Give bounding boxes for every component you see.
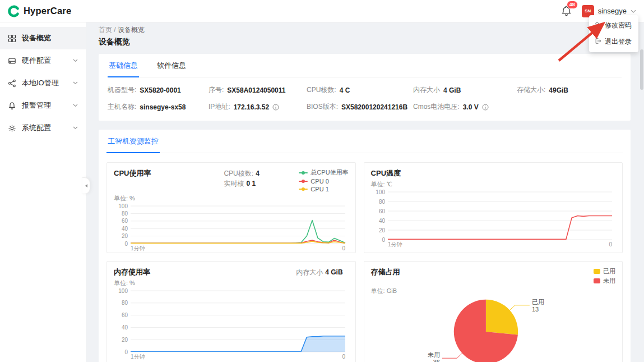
io-nodes-icon bbox=[8, 79, 16, 88]
info-grid: 机器型号: SX5820-0001 序号: SX58A0124050011 CP… bbox=[108, 85, 622, 112]
breadcrumb: 首页 / 设备概览 bbox=[99, 25, 631, 35]
svg-text:0: 0 bbox=[342, 354, 345, 360]
main-content: 首页 / 设备概览 设备概览 基础信息 软件信息 机器型号: SX5820-00… bbox=[86, 22, 644, 362]
legend-marker bbox=[299, 181, 308, 182]
svg-text:0: 0 bbox=[124, 241, 128, 247]
info-label: BIOS版本: bbox=[307, 102, 338, 112]
chevron-down-icon bbox=[73, 104, 78, 107]
sidebar-item-label: 系统配置 bbox=[22, 123, 51, 133]
svg-text:36: 36 bbox=[433, 359, 439, 362]
sidebar-item-local-io[interactable]: 本地IO管理 bbox=[0, 72, 86, 94]
sidebar-item-label: 报警管理 bbox=[22, 100, 51, 111]
svg-text:80: 80 bbox=[378, 199, 385, 205]
sidebar-item-hardware-config[interactable]: 硬件配置 bbox=[0, 49, 86, 72]
panel-title: 内存使用率 bbox=[114, 267, 150, 277]
svg-text:100: 100 bbox=[376, 189, 385, 195]
info-field-cmos-voltage: Cmos电池电压: 3.0 V bbox=[413, 102, 517, 112]
meta-value: 4 GiB bbox=[325, 268, 342, 276]
svg-text:100: 100 bbox=[118, 288, 128, 294]
brand-name: HyperCare bbox=[24, 6, 71, 16]
screen: HyperCare 48 SN sinsegye bbox=[0, 0, 644, 362]
svg-text:20: 20 bbox=[122, 337, 128, 343]
panel-title: CPU温度 bbox=[371, 168, 401, 178]
memory-usage-chart: 0204060801001分钟0 bbox=[114, 287, 349, 360]
info-value: SX58A0124050011 bbox=[227, 86, 285, 94]
sidebar-item-system-config[interactable]: 系统配置 bbox=[0, 117, 86, 139]
info-label: 序号: bbox=[209, 85, 224, 95]
meta-label: 实时核 bbox=[224, 180, 244, 187]
info-label: CPU核数: bbox=[307, 85, 336, 95]
legend-item[interactable]: 总CPU使用率 bbox=[299, 168, 348, 177]
meta-value: 0 1 bbox=[246, 180, 256, 187]
unit-label: 单位: % bbox=[114, 194, 349, 203]
unit-label: 单位: GiB bbox=[371, 287, 615, 295]
cpu-usage-chart: 0204060801001分钟0 bbox=[114, 203, 349, 248]
svg-text:60: 60 bbox=[378, 208, 385, 214]
info-label: 存储大小: bbox=[517, 85, 545, 95]
sidebar-item-alarm-management[interactable]: 报警管理 bbox=[0, 94, 86, 117]
info-value: 3.0 V bbox=[463, 103, 479, 111]
chevron-down-icon bbox=[73, 59, 78, 62]
legend-label: 未用 bbox=[603, 277, 615, 285]
storage-usage-panel: 存储占用 已用未用 单位: GiB 已用13未用36 bbox=[364, 261, 623, 362]
sidebar-item-device-overview[interactable]: 设备概览 bbox=[0, 27, 86, 49]
cpu-usage-legend: 总CPU使用率CPU 0CPU 1 bbox=[299, 168, 348, 193]
legend-item[interactable]: CPU 0 bbox=[299, 178, 348, 185]
memory-meta: 内存大小4 GiB bbox=[296, 267, 342, 277]
notifications-button[interactable]: 48 bbox=[561, 4, 572, 18]
svg-text:0: 0 bbox=[382, 237, 385, 243]
cpu-temp-chart: 0204060801001分钟0 bbox=[371, 189, 615, 248]
meta-label: CPU核数: bbox=[224, 169, 253, 177]
legend-item[interactable]: CPU 1 bbox=[299, 186, 348, 193]
cpu-usage-panel: CPU使用率 CPU核数:4 实时核0 1 总CPU使用率CPU 0CPU 1 … bbox=[106, 162, 356, 253]
svg-text:0: 0 bbox=[609, 241, 612, 248]
device-info-card: 基础信息 软件信息 机器型号: SX5820-0001 序号: SX58A012… bbox=[99, 54, 631, 121]
panel-title: 存储占用 bbox=[371, 267, 400, 277]
legend-marker bbox=[594, 278, 600, 283]
tab-resource-monitor[interactable]: 工智机资源监控 bbox=[106, 130, 160, 153]
info-value: SX5820-0001 bbox=[140, 86, 180, 94]
chevron-down-icon bbox=[73, 126, 78, 130]
info-value: 4 C bbox=[340, 86, 350, 94]
info-label: IP地址: bbox=[209, 102, 230, 112]
meta-value: 4 bbox=[256, 169, 260, 177]
legend-item[interactable]: 已用 bbox=[594, 267, 615, 276]
page-title: 设备概览 bbox=[99, 37, 631, 47]
info-value: 4 GiB bbox=[443, 86, 461, 94]
unit-label: 单位: % bbox=[114, 279, 349, 287]
svg-text:100: 100 bbox=[118, 203, 128, 209]
info-circle-icon[interactable] bbox=[272, 104, 279, 111]
logout-icon bbox=[595, 38, 601, 46]
key-icon bbox=[595, 21, 601, 30]
menu-item-label: 退出登录 bbox=[605, 37, 632, 47]
legend-item[interactable]: 未用 bbox=[594, 277, 615, 285]
info-circle-icon[interactable] bbox=[482, 104, 489, 111]
svg-text:40: 40 bbox=[378, 218, 385, 224]
menu-item-logout[interactable]: 退出登录 bbox=[589, 34, 638, 50]
legend-marker bbox=[594, 269, 600, 274]
brand[interactable]: HyperCare bbox=[8, 5, 71, 17]
scrollbar[interactable] bbox=[640, 49, 643, 90]
info-field-memory-size: 内存大小 4 GiB bbox=[413, 85, 517, 95]
svg-text:40: 40 bbox=[122, 226, 128, 232]
sidebar-item-label: 硬件配置 bbox=[22, 56, 51, 66]
sidebar-collapse-handle[interactable] bbox=[82, 177, 90, 194]
resource-monitor-card: 工智机资源监控 CPU使用率 CPU核数:4 实时核0 1 bbox=[99, 130, 631, 362]
legend-label: CPU 1 bbox=[311, 186, 328, 193]
memory-usage-panel: 内存使用率 内存大小4 GiB 单位: % 0204060801001分钟0 bbox=[106, 261, 356, 362]
legend-label: 已用 bbox=[603, 267, 615, 276]
legend-marker bbox=[299, 172, 308, 173]
breadcrumb-home[interactable]: 首页 bbox=[99, 26, 112, 34]
legend-marker bbox=[299, 189, 308, 190]
chevron-down-icon bbox=[631, 7, 636, 15]
meta-label: 内存大小 bbox=[296, 268, 323, 276]
menu-item-change-password[interactable]: 修改密码 bbox=[589, 17, 638, 34]
tab-software-info[interactable]: 软件信息 bbox=[156, 54, 187, 77]
cpu-meta: CPU核数:4 实时核0 1 bbox=[224, 168, 259, 189]
svg-text:已用: 已用 bbox=[531, 299, 544, 305]
storage-pie-chart: 已用13未用36 bbox=[371, 295, 615, 360]
unit-label: 单位: ℃ bbox=[371, 180, 615, 189]
tab-basic-info[interactable]: 基础信息 bbox=[108, 54, 139, 77]
storage-legend: 已用未用 bbox=[594, 267, 615, 285]
info-label: 内存大小 bbox=[413, 85, 440, 95]
